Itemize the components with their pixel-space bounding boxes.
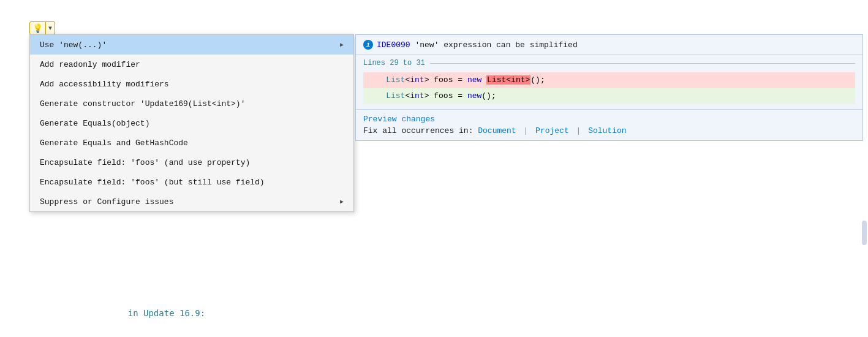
menu-item-use-new-label: Use 'new(...)' [40, 40, 107, 50]
preview-footer: Preview changes Fix all occurrences in: … [356, 109, 862, 140]
fix-all-label: Fix all occurrences in: [363, 126, 473, 135]
fix-project-link[interactable]: Project [535, 126, 569, 135]
suppress-submenu-arrow-icon: ▶ [340, 198, 344, 205]
menu-item-add-readonly[interactable]: Add readonly modifier [30, 55, 353, 74]
menu-item-encapsulate-use-field-label: Encapsulate field: 'foos' (but still use… [40, 178, 265, 187]
submenu-arrow-icon: ▶ [340, 41, 344, 48]
menu-item-encapsulate-use-field[interactable]: Encapsulate field: 'foos' (but still use… [30, 172, 353, 192]
menu-item-suppress[interactable]: Suppress or Configure issues ▶ [30, 192, 353, 211]
diagnostic-keyword: new [420, 40, 434, 50]
menu-item-add-accessibility[interactable]: Add accessibility modifiers [30, 74, 353, 94]
info-icon: i [363, 40, 373, 50]
lines-label: Lines 29 to 31 [356, 55, 862, 70]
menu-item-generate-constructor[interactable]: Generate constructor 'Update169(List<int… [30, 94, 353, 113]
code-line-added: List<int> foos = new(); [363, 88, 855, 104]
menu-item-suppress-label: Suppress or Configure issues [40, 197, 173, 206]
lightbulb-dropdown-button[interactable]: ▼ [46, 21, 55, 35]
diagnostic-code: IDE0090 [377, 40, 410, 50]
preview-changes-link[interactable]: Preview changes [363, 115, 435, 124]
code-preview-area: List<int> foos = new List<int>(); List<i… [356, 70, 862, 109]
chevron-down-icon: ▼ [48, 25, 52, 32]
preview-panel: i IDE0090 'new' expression can be simpli… [355, 34, 863, 141]
menu-item-generate-equals[interactable]: Generate Equals(object) [30, 113, 353, 133]
lightbulb-icon: 💡 [32, 23, 43, 34]
fix-all-line: Fix all occurrences in: Document | Proje… [363, 126, 855, 135]
fix-solution-link[interactable]: Solution [588, 126, 626, 135]
preview-title: IDE0090 'new' expression can be simplifi… [377, 40, 578, 50]
menu-item-encapsulate-and-property[interactable]: Encapsulate field: 'foos' (and use prope… [30, 153, 353, 172]
fix-document-link[interactable]: Document [478, 126, 516, 135]
code-line-41: in Update 16.9: [107, 305, 205, 321]
scrollbar-thumb[interactable] [862, 221, 867, 245]
menu-item-generate-constructor-label: Generate constructor 'Update169(List<int… [40, 99, 245, 108]
separator-2: | [576, 126, 581, 135]
menu-item-add-readonly-label: Add readonly modifier [40, 60, 140, 69]
diagnostic-message: 'new' expression can be simplified [415, 40, 577, 50]
lines-range: Lines 29 to 31 [363, 59, 425, 67]
preview-header: i IDE0090 'new' expression can be simpli… [356, 35, 862, 55]
menu-item-generate-equals-hashcode-label: Generate Equals and GetHashCode [40, 138, 188, 148]
lightbulb-button[interactable]: 💡 [29, 21, 46, 35]
menu-item-generate-equals-label: Generate Equals(object) [40, 119, 149, 128]
menu-item-encapsulate-and-property-label: Encapsulate field: 'foos' (and use prope… [40, 158, 250, 167]
menu-item-generate-equals-hashcode[interactable]: Generate Equals and GetHashCode [30, 133, 353, 153]
menu-item-add-accessibility-label: Add accessibility modifiers [40, 80, 169, 89]
context-menu: Use 'new(...)' ▶ Add readonly modifier A… [29, 34, 354, 212]
code-line-removed: List<int> foos = new List<int>(); [363, 72, 855, 88]
menu-item-use-new[interactable]: Use 'new(...)' ▶ [30, 35, 353, 55]
separator-1: | [523, 126, 528, 135]
